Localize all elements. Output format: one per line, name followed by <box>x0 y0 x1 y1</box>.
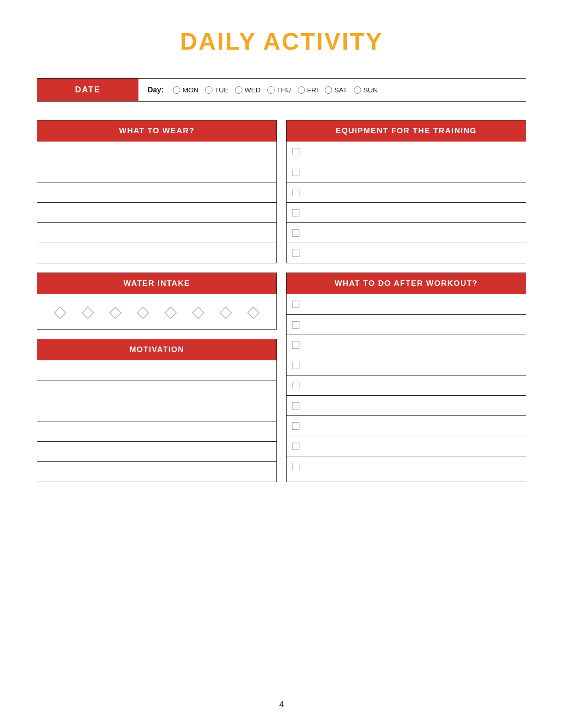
motivation-header: MOTIVATION <box>37 339 276 360</box>
day-radio-mon[interactable] <box>173 86 180 94</box>
motivation-row-2[interactable] <box>37 381 276 401</box>
after-workout-section: WHAT TO DO AFTER WORKOUT? <box>286 273 526 482</box>
day-label: Day: <box>148 86 164 94</box>
equipment-row-3[interactable] <box>287 182 526 202</box>
date-row: DATE Day: MON TUE WED THU FRI SAT SUN <box>37 78 526 102</box>
after-row-2[interactable] <box>287 314 526 335</box>
after-checkbox-9[interactable] <box>292 463 299 470</box>
equipment-checkbox-2[interactable] <box>292 169 299 176</box>
date-label: DATE <box>37 79 138 101</box>
wear-row-2[interactable] <box>37 162 276 182</box>
main-grid: WHAT TO WEAR? EQUIPMENT FOR THE TRAINING <box>37 120 526 263</box>
day-radio-sun[interactable] <box>354 86 361 94</box>
equipment-rows <box>287 142 526 263</box>
day-option-tue[interactable]: TUE <box>205 86 229 94</box>
day-option-mon[interactable]: MON <box>173 86 199 94</box>
after-row-1[interactable] <box>287 294 526 314</box>
equipment-checkbox-6[interactable] <box>292 250 299 257</box>
equipment-header: EQUIPMENT FOR THE TRAINING <box>287 120 526 142</box>
page-number: 4 <box>37 686 526 710</box>
water-drop-3[interactable]: ◇ <box>109 303 122 320</box>
after-checkbox-2[interactable] <box>292 321 299 329</box>
after-workout-header: WHAT TO DO AFTER WORKOUT? <box>287 273 526 294</box>
after-workout-rows <box>287 294 526 482</box>
water-drop-8[interactable]: ◇ <box>247 303 260 320</box>
wear-row-5[interactable] <box>37 222 276 243</box>
after-checkbox-6[interactable] <box>292 402 299 410</box>
water-drop-4[interactable]: ◇ <box>137 303 149 320</box>
water-drops-row: ◇ ◇ ◇ ◇ ◇ ◇ ◇ ◇ <box>37 294 276 329</box>
water-drop-6[interactable]: ◇ <box>192 303 205 320</box>
equipment-row-2[interactable] <box>287 162 526 182</box>
after-checkbox-8[interactable] <box>292 443 299 450</box>
after-row-8[interactable] <box>287 436 526 456</box>
equipment-row-6[interactable] <box>287 243 526 263</box>
page-title: DAILY ACTIVITY <box>180 28 383 55</box>
wear-row-4[interactable] <box>37 202 276 222</box>
water-drop-1[interactable]: ◇ <box>54 303 67 320</box>
motivation-rows <box>37 360 276 482</box>
equipment-row-4[interactable] <box>287 202 526 222</box>
equipment-checkbox-3[interactable] <box>292 189 299 196</box>
day-radio-sat[interactable] <box>325 86 332 94</box>
motivation-row-4[interactable] <box>37 421 276 441</box>
wear-row-1[interactable] <box>37 142 276 162</box>
after-checkbox-3[interactable] <box>292 341 299 349</box>
after-checkbox-7[interactable] <box>292 422 299 430</box>
water-drop-7[interactable]: ◇ <box>219 303 232 320</box>
equipment-row-5[interactable] <box>287 222 526 243</box>
day-radio-wed[interactable] <box>235 86 242 94</box>
water-intake-section: WATER INTAKE ◇ ◇ ◇ ◇ ◇ ◇ ◇ ◇ <box>37 273 277 330</box>
water-drop-5[interactable]: ◇ <box>164 303 177 320</box>
wear-row-3[interactable] <box>37 182 276 202</box>
day-option-sat[interactable]: SAT <box>325 86 347 94</box>
after-row-3[interactable] <box>287 335 526 355</box>
day-radio-fri[interactable] <box>298 86 305 94</box>
day-option-wed[interactable]: WED <box>235 86 261 94</box>
after-row-7[interactable] <box>287 415 526 436</box>
after-checkbox-5[interactable] <box>292 382 299 389</box>
water-drop-2[interactable]: ◇ <box>81 303 94 320</box>
equipment-section: EQUIPMENT FOR THE TRAINING <box>286 120 526 263</box>
motivation-row-1[interactable] <box>37 360 276 381</box>
motivation-row-5[interactable] <box>37 441 276 461</box>
left-bottom: WATER INTAKE ◇ ◇ ◇ ◇ ◇ ◇ ◇ ◇ MOTIVATION <box>37 273 277 482</box>
after-checkbox-1[interactable] <box>292 301 299 308</box>
bottom-grid: WATER INTAKE ◇ ◇ ◇ ◇ ◇ ◇ ◇ ◇ MOTIVATION <box>37 273 526 482</box>
day-radio-thu[interactable] <box>267 86 275 94</box>
after-checkbox-4[interactable] <box>292 362 299 369</box>
motivation-section: MOTIVATION <box>37 339 277 482</box>
equipment-checkbox-1[interactable] <box>292 148 299 155</box>
what-to-wear-section: WHAT TO WEAR? <box>37 120 277 263</box>
date-days: Day: MON TUE WED THU FRI SAT SUN <box>138 79 526 101</box>
after-row-5[interactable] <box>287 375 526 395</box>
after-row-6[interactable] <box>287 395 526 415</box>
motivation-row-3[interactable] <box>37 401 276 421</box>
day-option-sun[interactable]: SUN <box>354 86 378 94</box>
motivation-row-6[interactable] <box>37 461 276 482</box>
what-to-wear-header: WHAT TO WEAR? <box>37 120 276 142</box>
after-row-4[interactable] <box>287 355 526 375</box>
day-option-fri[interactable]: FRI <box>298 86 318 94</box>
water-intake-header: WATER INTAKE <box>37 273 276 294</box>
day-option-thu[interactable]: THU <box>267 86 291 94</box>
what-to-wear-rows <box>37 142 276 263</box>
equipment-checkbox-5[interactable] <box>292 229 299 237</box>
wear-row-6[interactable] <box>37 243 276 263</box>
equipment-checkbox-4[interactable] <box>292 209 299 216</box>
day-radio-tue[interactable] <box>205 86 213 94</box>
after-row-9[interactable] <box>287 456 526 476</box>
equipment-row-1[interactable] <box>287 142 526 162</box>
